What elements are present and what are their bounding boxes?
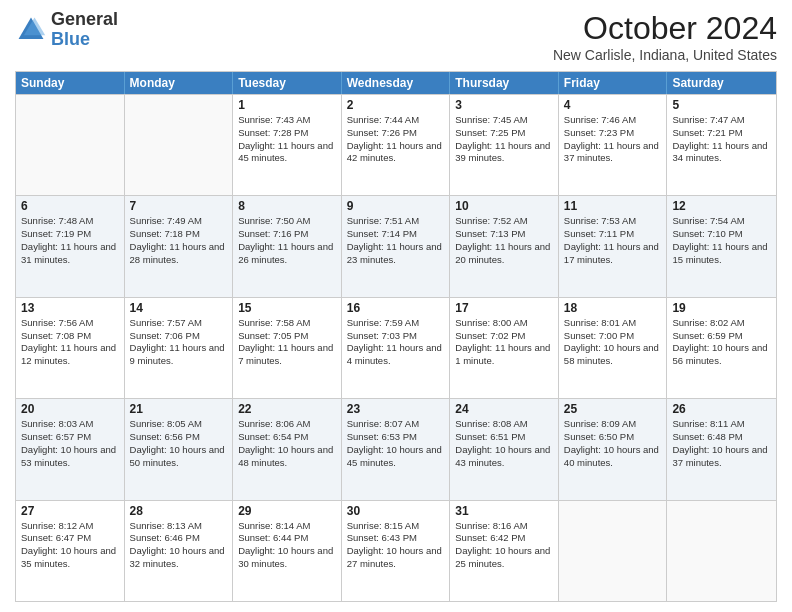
day-number: 24	[455, 402, 553, 416]
calendar-row-1: 1Sunrise: 7:43 AM Sunset: 7:28 PM Daylig…	[16, 94, 776, 195]
day-number: 21	[130, 402, 228, 416]
day-number: 26	[672, 402, 771, 416]
cell-sun-info: Sunrise: 8:02 AM Sunset: 6:59 PM Dayligh…	[672, 317, 771, 368]
day-number: 15	[238, 301, 336, 315]
day-number: 3	[455, 98, 553, 112]
cal-cell-5: 5Sunrise: 7:47 AM Sunset: 7:21 PM Daylig…	[667, 95, 776, 195]
logo-icon	[15, 14, 47, 46]
header-day-saturday: Saturday	[667, 72, 776, 94]
header-day-thursday: Thursday	[450, 72, 559, 94]
cal-cell-22: 22Sunrise: 8:06 AM Sunset: 6:54 PM Dayli…	[233, 399, 342, 499]
day-number: 20	[21, 402, 119, 416]
header-day-monday: Monday	[125, 72, 234, 94]
cal-cell-12: 12Sunrise: 7:54 AM Sunset: 7:10 PM Dayli…	[667, 196, 776, 296]
cell-sun-info: Sunrise: 8:07 AM Sunset: 6:53 PM Dayligh…	[347, 418, 445, 469]
cell-sun-info: Sunrise: 7:44 AM Sunset: 7:26 PM Dayligh…	[347, 114, 445, 165]
day-number: 28	[130, 504, 228, 518]
day-number: 11	[564, 199, 662, 213]
day-number: 7	[130, 199, 228, 213]
header-day-friday: Friday	[559, 72, 668, 94]
cal-cell-empty-4-6	[667, 501, 776, 601]
calendar-row-3: 13Sunrise: 7:56 AM Sunset: 7:08 PM Dayli…	[16, 297, 776, 398]
cell-sun-info: Sunrise: 7:53 AM Sunset: 7:11 PM Dayligh…	[564, 215, 662, 266]
cal-cell-21: 21Sunrise: 8:05 AM Sunset: 6:56 PM Dayli…	[125, 399, 234, 499]
day-number: 5	[672, 98, 771, 112]
day-number: 13	[21, 301, 119, 315]
cal-cell-empty-0-0	[16, 95, 125, 195]
day-number: 14	[130, 301, 228, 315]
cal-cell-empty-0-1	[125, 95, 234, 195]
day-number: 23	[347, 402, 445, 416]
title-block: October 2024 New Carlisle, Indiana, Unit…	[553, 10, 777, 63]
cell-sun-info: Sunrise: 7:51 AM Sunset: 7:14 PM Dayligh…	[347, 215, 445, 266]
cell-sun-info: Sunrise: 7:56 AM Sunset: 7:08 PM Dayligh…	[21, 317, 119, 368]
calendar-body: 1Sunrise: 7:43 AM Sunset: 7:28 PM Daylig…	[16, 94, 776, 601]
cal-cell-4: 4Sunrise: 7:46 AM Sunset: 7:23 PM Daylig…	[559, 95, 668, 195]
cell-sun-info: Sunrise: 7:48 AM Sunset: 7:19 PM Dayligh…	[21, 215, 119, 266]
cal-cell-14: 14Sunrise: 7:57 AM Sunset: 7:06 PM Dayli…	[125, 298, 234, 398]
cell-sun-info: Sunrise: 8:12 AM Sunset: 6:47 PM Dayligh…	[21, 520, 119, 571]
day-number: 17	[455, 301, 553, 315]
day-number: 9	[347, 199, 445, 213]
header-day-tuesday: Tuesday	[233, 72, 342, 94]
cell-sun-info: Sunrise: 7:50 AM Sunset: 7:16 PM Dayligh…	[238, 215, 336, 266]
cal-cell-23: 23Sunrise: 8:07 AM Sunset: 6:53 PM Dayli…	[342, 399, 451, 499]
day-number: 12	[672, 199, 771, 213]
cell-sun-info: Sunrise: 7:59 AM Sunset: 7:03 PM Dayligh…	[347, 317, 445, 368]
cell-sun-info: Sunrise: 8:14 AM Sunset: 6:44 PM Dayligh…	[238, 520, 336, 571]
cal-cell-20: 20Sunrise: 8:03 AM Sunset: 6:57 PM Dayli…	[16, 399, 125, 499]
cal-cell-3: 3Sunrise: 7:45 AM Sunset: 7:25 PM Daylig…	[450, 95, 559, 195]
day-number: 25	[564, 402, 662, 416]
day-number: 1	[238, 98, 336, 112]
cal-cell-18: 18Sunrise: 8:01 AM Sunset: 7:00 PM Dayli…	[559, 298, 668, 398]
cal-cell-11: 11Sunrise: 7:53 AM Sunset: 7:11 PM Dayli…	[559, 196, 668, 296]
cell-sun-info: Sunrise: 7:46 AM Sunset: 7:23 PM Dayligh…	[564, 114, 662, 165]
cal-cell-13: 13Sunrise: 7:56 AM Sunset: 7:08 PM Dayli…	[16, 298, 125, 398]
cal-cell-25: 25Sunrise: 8:09 AM Sunset: 6:50 PM Dayli…	[559, 399, 668, 499]
day-number: 22	[238, 402, 336, 416]
cell-sun-info: Sunrise: 8:08 AM Sunset: 6:51 PM Dayligh…	[455, 418, 553, 469]
calendar-row-5: 27Sunrise: 8:12 AM Sunset: 6:47 PM Dayli…	[16, 500, 776, 601]
cell-sun-info: Sunrise: 8:15 AM Sunset: 6:43 PM Dayligh…	[347, 520, 445, 571]
cell-sun-info: Sunrise: 8:01 AM Sunset: 7:00 PM Dayligh…	[564, 317, 662, 368]
cal-cell-26: 26Sunrise: 8:11 AM Sunset: 6:48 PM Dayli…	[667, 399, 776, 499]
day-number: 4	[564, 98, 662, 112]
cal-cell-31: 31Sunrise: 8:16 AM Sunset: 6:42 PM Dayli…	[450, 501, 559, 601]
cell-sun-info: Sunrise: 8:00 AM Sunset: 7:02 PM Dayligh…	[455, 317, 553, 368]
cal-cell-15: 15Sunrise: 7:58 AM Sunset: 7:05 PM Dayli…	[233, 298, 342, 398]
cell-sun-info: Sunrise: 7:45 AM Sunset: 7:25 PM Dayligh…	[455, 114, 553, 165]
cell-sun-info: Sunrise: 7:54 AM Sunset: 7:10 PM Dayligh…	[672, 215, 771, 266]
header: General Blue October 2024 New Carlisle, …	[15, 10, 777, 63]
calendar-row-4: 20Sunrise: 8:03 AM Sunset: 6:57 PM Dayli…	[16, 398, 776, 499]
cal-cell-19: 19Sunrise: 8:02 AM Sunset: 6:59 PM Dayli…	[667, 298, 776, 398]
day-number: 6	[21, 199, 119, 213]
cell-sun-info: Sunrise: 8:05 AM Sunset: 6:56 PM Dayligh…	[130, 418, 228, 469]
day-number: 30	[347, 504, 445, 518]
month-title: October 2024	[553, 10, 777, 47]
logo-general-text: General	[51, 9, 118, 29]
logo-blue-text: Blue	[51, 29, 90, 49]
cell-sun-info: Sunrise: 7:58 AM Sunset: 7:05 PM Dayligh…	[238, 317, 336, 368]
cal-cell-28: 28Sunrise: 8:13 AM Sunset: 6:46 PM Dayli…	[125, 501, 234, 601]
cell-sun-info: Sunrise: 7:57 AM Sunset: 7:06 PM Dayligh…	[130, 317, 228, 368]
page: General Blue October 2024 New Carlisle, …	[0, 0, 792, 612]
calendar-header: SundayMondayTuesdayWednesdayThursdayFrid…	[16, 72, 776, 94]
day-number: 18	[564, 301, 662, 315]
day-number: 19	[672, 301, 771, 315]
header-day-sunday: Sunday	[16, 72, 125, 94]
cal-cell-24: 24Sunrise: 8:08 AM Sunset: 6:51 PM Dayli…	[450, 399, 559, 499]
cal-cell-30: 30Sunrise: 8:15 AM Sunset: 6:43 PM Dayli…	[342, 501, 451, 601]
cell-sun-info: Sunrise: 7:43 AM Sunset: 7:28 PM Dayligh…	[238, 114, 336, 165]
calendar-row-2: 6Sunrise: 7:48 AM Sunset: 7:19 PM Daylig…	[16, 195, 776, 296]
cal-cell-8: 8Sunrise: 7:50 AM Sunset: 7:16 PM Daylig…	[233, 196, 342, 296]
cell-sun-info: Sunrise: 8:03 AM Sunset: 6:57 PM Dayligh…	[21, 418, 119, 469]
cal-cell-1: 1Sunrise: 7:43 AM Sunset: 7:28 PM Daylig…	[233, 95, 342, 195]
cal-cell-2: 2Sunrise: 7:44 AM Sunset: 7:26 PM Daylig…	[342, 95, 451, 195]
cell-sun-info: Sunrise: 7:52 AM Sunset: 7:13 PM Dayligh…	[455, 215, 553, 266]
day-number: 8	[238, 199, 336, 213]
cell-sun-info: Sunrise: 8:06 AM Sunset: 6:54 PM Dayligh…	[238, 418, 336, 469]
cal-cell-10: 10Sunrise: 7:52 AM Sunset: 7:13 PM Dayli…	[450, 196, 559, 296]
calendar: SundayMondayTuesdayWednesdayThursdayFrid…	[15, 71, 777, 602]
cell-sun-info: Sunrise: 8:09 AM Sunset: 6:50 PM Dayligh…	[564, 418, 662, 469]
day-number: 10	[455, 199, 553, 213]
